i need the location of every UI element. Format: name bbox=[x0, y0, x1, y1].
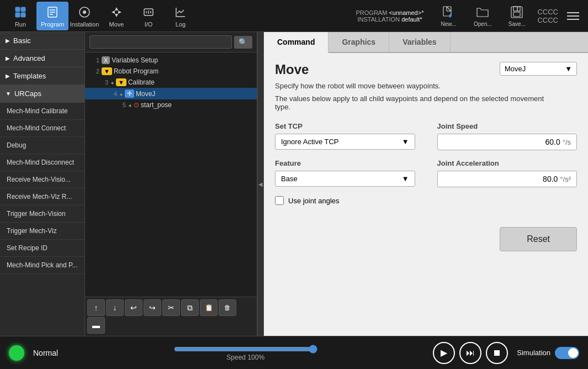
feature-dropdown[interactable]: Base ▼ bbox=[275, 171, 415, 187]
move-type-dropdown[interactable]: MoveJ ▼ bbox=[500, 62, 577, 76]
sidebar-templates-header[interactable]: ▶ Templates bbox=[0, 67, 84, 85]
installation-button[interactable]: Installation bbox=[68, 2, 100, 30]
sidebar-item-receive-mech-viz[interactable]: Receive Mech-Viz R... bbox=[0, 188, 84, 205]
tree-row-variables-setup[interactable]: 1 X Variables Setup bbox=[85, 55, 257, 66]
tab-graphics[interactable]: Graphics bbox=[329, 32, 389, 52]
move-type-value: MoveJ bbox=[505, 65, 526, 73]
sidebar-item-mech-mind-connect[interactable]: Mech-Mind Connect bbox=[0, 120, 84, 137]
tree-paste-button[interactable]: 📋 bbox=[200, 299, 218, 316]
circle-icon-5: ⊙ bbox=[134, 101, 139, 109]
tree-row-movej[interactable]: 4 ⬥ ✛ MoveJ bbox=[85, 88, 257, 99]
sidebar-item-receive-mech-vision[interactable]: Receive Mech-Visio... bbox=[0, 171, 84, 188]
simulation-toggle-switch[interactable] bbox=[555, 347, 579, 359]
top-right-buttons: New... Open... Save... bbox=[432, 2, 533, 30]
tree-down-button[interactable]: ↓ bbox=[106, 299, 124, 316]
sidebar-item-set-recipe-id[interactable]: Set Recipe ID bbox=[0, 240, 84, 257]
program-button[interactable]: Program bbox=[36, 2, 68, 30]
joint-speed-group: Joint Speed °/s bbox=[437, 122, 578, 150]
move-button[interactable]: Move bbox=[100, 2, 133, 30]
svg-rect-3 bbox=[21, 13, 25, 17]
svg-rect-1 bbox=[21, 7, 25, 12]
set-tcp-label: Set TCP bbox=[275, 122, 415, 130]
play-button[interactable]: ▶ bbox=[433, 342, 455, 364]
tree-redo-button[interactable]: ↪ bbox=[144, 299, 161, 316]
tree-more-button[interactable]: ▬ bbox=[87, 317, 105, 334]
io-label: I/O bbox=[145, 21, 153, 28]
sidebar-item-mech-mind-disconnect[interactable]: Mech-Mind Disconnect bbox=[0, 154, 84, 171]
log-icon bbox=[173, 4, 188, 20]
move-badge-4: ✛ bbox=[125, 89, 134, 98]
search-input[interactable] bbox=[89, 35, 232, 49]
tree-row-robot-program[interactable]: 2 ▼ Robot Program bbox=[85, 66, 257, 77]
open-button[interactable]: Open... bbox=[467, 2, 499, 30]
dot-icon-3: ⬥ bbox=[110, 78, 114, 86]
cccc-top: CCCC bbox=[537, 8, 558, 16]
sidebar-item-mech-mind-calibrate[interactable]: Mech-Mind Calibrate bbox=[0, 103, 84, 120]
joint-speed-input[interactable] bbox=[443, 138, 560, 146]
tree-label-start-pose: start_pose bbox=[141, 101, 172, 109]
joint-accel-input-container: °/s² bbox=[437, 171, 578, 187]
move-type-chevron-icon: ▼ bbox=[565, 65, 572, 73]
stop-button[interactable]: ⏹ bbox=[486, 342, 508, 364]
svg-line-19 bbox=[447, 7, 451, 11]
tab-variables[interactable]: Variables bbox=[389, 32, 451, 52]
tree-cut-button[interactable]: ✂ bbox=[162, 299, 180, 316]
use-joint-angles-checkbox[interactable] bbox=[275, 196, 284, 205]
sidebar-basic-header[interactable]: ▶ Basic bbox=[0, 32, 84, 50]
sidebar-item-trigger-mech-viz[interactable]: Trigger Mech-Viz bbox=[0, 223, 84, 240]
tree-delete-button[interactable]: 🗑 bbox=[219, 299, 236, 316]
sidebar-item-trigger-mech-vision[interactable]: Trigger Mech-Vision bbox=[0, 205, 84, 223]
top-toolbar: Run Program Installation bbox=[0, 0, 588, 32]
tree-undo-button[interactable]: ↩ bbox=[125, 299, 142, 316]
joint-accel-label: Joint Acceleration bbox=[437, 159, 578, 167]
hamburger-menu[interactable] bbox=[563, 8, 584, 24]
collapse-handle[interactable]: ◀ bbox=[257, 32, 264, 336]
io-button[interactable]: I/O bbox=[133, 2, 165, 30]
sidebar-advanced-header[interactable]: ▶ Advanced bbox=[0, 50, 84, 67]
use-joint-angles-label: Use joint angles bbox=[288, 197, 340, 205]
left-sidebar: ▶ Basic ▶ Advanced ▶ Templates ▼ URCaps … bbox=[0, 32, 85, 336]
sidebar-item-mech-mind-pick[interactable]: Mech-Mind Pick and P... bbox=[0, 257, 84, 274]
joint-accel-input[interactable] bbox=[443, 175, 558, 183]
feature-label: Feature bbox=[275, 159, 415, 167]
speed-slider[interactable] bbox=[174, 345, 317, 354]
sidebar-item-debug[interactable]: Debug bbox=[0, 137, 84, 154]
search-button[interactable]: 🔍 bbox=[234, 36, 252, 49]
tree-copy-button[interactable]: ⧉ bbox=[181, 299, 199, 316]
simulation-toggle: Simulation bbox=[517, 347, 579, 359]
joint-speed-label: Joint Speed bbox=[437, 122, 578, 130]
save-button[interactable]: Save... bbox=[501, 2, 533, 30]
sidebar-urcaps-header[interactable]: ▼ URCaps bbox=[0, 85, 84, 103]
tree-content: 1 X Variables Setup 2 ▼ Robot Program 3 … bbox=[85, 52, 257, 297]
new-button[interactable]: New... bbox=[432, 2, 464, 30]
yellow-badge-2: ▼ bbox=[102, 67, 112, 75]
yellow-badge-3: ▼ bbox=[116, 78, 126, 86]
set-tcp-group: Set TCP Ignore Active TCP ▼ bbox=[275, 122, 415, 150]
run-button[interactable]: Run bbox=[4, 2, 36, 30]
right-panel: Command Graphics Variables Move MoveJ ▼ … bbox=[264, 32, 588, 336]
move-desc2: The values below apply to all child wayp… bbox=[275, 94, 577, 111]
step-forward-button[interactable]: ⏭ bbox=[459, 342, 481, 364]
tree-up-button[interactable]: ↑ bbox=[87, 299, 105, 316]
svg-rect-2 bbox=[15, 13, 20, 17]
speed-slider-container: Speed 100% bbox=[67, 345, 424, 361]
feature-value: Base bbox=[281, 175, 298, 183]
tree-row-start-pose[interactable]: 5 ⬥ ⊙ start_pose bbox=[85, 99, 257, 110]
log-label: Log bbox=[176, 21, 186, 28]
bottom-bar: Normal Speed 100% ▶ ⏭ ⏹ Simulation bbox=[0, 336, 588, 369]
joint-accel-group: Joint Acceleration °/s² bbox=[437, 159, 578, 187]
reset-button[interactable]: Reset bbox=[500, 227, 577, 251]
basic-label: Basic bbox=[13, 36, 31, 45]
move-icon bbox=[109, 4, 124, 20]
svg-marker-12 bbox=[112, 10, 115, 14]
form-row-1: Set TCP Ignore Active TCP ▼ Joint Speed … bbox=[275, 122, 577, 150]
tree-row-calibrate[interactable]: 3 ⬥ ▼ Calibrate bbox=[85, 77, 257, 88]
program-name: <unnamed>* bbox=[389, 9, 423, 16]
log-button[interactable]: Log bbox=[165, 2, 197, 30]
joint-speed-input-container: °/s bbox=[437, 134, 578, 150]
tab-command[interactable]: Command bbox=[264, 32, 329, 53]
tree-label-robot-program: Robot Program bbox=[114, 67, 158, 75]
tabs-bar: Command Graphics Variables bbox=[264, 32, 588, 53]
feature-chevron-icon: ▼ bbox=[402, 175, 409, 183]
set-tcp-dropdown[interactable]: Ignore Active TCP ▼ bbox=[275, 134, 415, 150]
